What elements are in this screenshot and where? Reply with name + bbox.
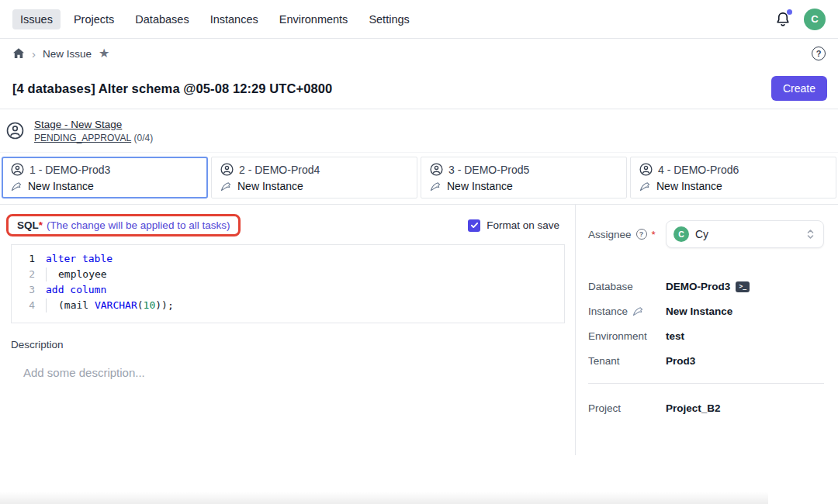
task-cards-row: 1 - DEMO-Prod3 New Instance 2 - DEMO-Pro… xyxy=(0,152,838,205)
description-label: Description xyxy=(11,339,563,350)
sql-token: VARCHAR xyxy=(95,298,137,313)
stage-section: Stage - New Stage PENDING_APPROVAL (0/4) xyxy=(0,109,838,152)
field-value: DEMO-Prod3 >_ xyxy=(666,281,750,292)
line-number: 4 xyxy=(12,298,46,313)
indent-guide xyxy=(46,268,47,281)
task-instance-name: New Instance xyxy=(28,180,94,192)
stage-texts: Stage - New Stage PENDING_APPROVAL (0/4) xyxy=(34,119,153,143)
help-icon[interactable]: ? xyxy=(636,229,647,240)
approver-icon xyxy=(6,122,24,140)
sql-console-icon[interactable]: >_ xyxy=(736,281,750,292)
sql-token: 10 xyxy=(144,298,156,313)
annotation-highlight-box: SQL* (The change will be applied to all … xyxy=(6,214,241,236)
stage-status-link[interactable]: PENDING_APPROVAL xyxy=(34,133,131,143)
nav-item-environments[interactable]: Environments xyxy=(272,9,356,29)
required-asterisk: * xyxy=(652,229,656,240)
field-value[interactable]: Project_B2 xyxy=(666,402,721,414)
format-on-save-control[interactable]: Format on save xyxy=(468,219,559,232)
mysql-engine-icon xyxy=(220,181,232,192)
mysql-engine-icon xyxy=(632,306,644,317)
task-card-4[interactable]: 4 - DEMO-Prod6 New Instance xyxy=(630,157,836,198)
nav-item-instances[interactable]: Instances xyxy=(203,9,266,29)
task-title: 4 - DEMO-Prod6 xyxy=(658,164,739,176)
sql-header-row: SQL* (The change will be applied to all … xyxy=(0,205,575,236)
notification-dot xyxy=(787,9,792,15)
assignee-select[interactable]: C Cy xyxy=(666,220,824,248)
stage-name-link[interactable]: Stage - New Stage xyxy=(34,119,153,130)
sql-token: (mail xyxy=(58,298,95,313)
field-instance: Instance New Instance xyxy=(588,306,824,317)
assignee-row: Assignee ? * C Cy xyxy=(588,220,824,248)
sql-token: ( xyxy=(137,298,144,313)
page-title: [4 databases] Alter schema @05-08 12:29 … xyxy=(12,81,332,96)
main-left-pane: SQL* (The change will be applied to all … xyxy=(0,205,576,455)
line-number: 1 xyxy=(12,251,46,267)
task-instance-name: New Instance xyxy=(656,180,722,192)
approver-icon xyxy=(430,163,443,176)
chevron-updown-icon xyxy=(805,228,816,240)
nav-item-settings[interactable]: Settings xyxy=(361,9,417,29)
approver-icon xyxy=(220,163,234,176)
create-button[interactable]: Create xyxy=(771,76,827,101)
breadcrumb-page-label: New Issue xyxy=(43,48,92,60)
user-avatar[interactable]: C xyxy=(804,9,826,30)
breadcrumb: › New Issue ★ ? xyxy=(0,39,838,68)
assignee-value: Cy xyxy=(695,228,708,240)
format-on-save-checkbox[interactable] xyxy=(468,219,480,232)
field-environment: Environment test xyxy=(588,330,824,342)
mysql-engine-icon xyxy=(430,181,442,192)
line-number: 3 xyxy=(12,282,46,298)
approver-icon xyxy=(639,163,653,176)
description-input[interactable]: Add some description... xyxy=(23,366,563,379)
stage-progress-count: (0/4) xyxy=(134,133,154,143)
line-number: 2 xyxy=(12,267,46,282)
task-card-1[interactable]: 1 - DEMO-Prod3 New Instance xyxy=(2,157,208,198)
nav-item-projects[interactable]: Projects xyxy=(66,9,122,29)
help-icon[interactable]: ? xyxy=(812,47,826,60)
editor-line: 3 add column xyxy=(12,282,564,298)
issue-sidebar: Assignee ? * C Cy Database DEMO-Prod3 >_ xyxy=(576,205,838,455)
nav-items: Issues Projects Databases Instances Envi… xyxy=(12,9,417,29)
field-value: New Instance xyxy=(666,306,732,317)
title-row: [4 databases] Alter schema @05-08 12:29 … xyxy=(0,68,838,109)
editor-line: 2 employee xyxy=(12,267,564,282)
nav-item-databases[interactable]: Databases xyxy=(127,9,196,29)
sql-editor[interactable]: 1 alter table 2 employee 3 add column 4 … xyxy=(11,244,565,323)
field-label: Environment xyxy=(588,330,666,342)
task-card-2[interactable]: 2 - DEMO-Prod4 New Instance xyxy=(211,157,417,198)
breadcrumb-separator: › xyxy=(32,47,36,60)
sidebar-divider xyxy=(588,383,824,384)
field-value: test xyxy=(666,330,684,342)
bookmark-star-icon[interactable]: ★ xyxy=(99,47,109,60)
assignee-label: Assignee ? * xyxy=(588,229,656,240)
field-label: Database xyxy=(588,281,666,292)
task-title: 1 - DEMO-Prod3 xyxy=(29,164,110,176)
approver-icon xyxy=(11,163,24,176)
sql-token: )); xyxy=(155,298,173,313)
sql-token: add column xyxy=(46,282,106,298)
notification-bell-icon[interactable] xyxy=(774,11,791,28)
top-navigation: Issues Projects Databases Instances Envi… xyxy=(0,0,838,39)
field-database: Database DEMO-Prod3 >_ xyxy=(588,281,824,292)
nav-item-issues[interactable]: Issues xyxy=(12,9,61,29)
mysql-engine-icon xyxy=(11,181,23,192)
task-title: 2 - DEMO-Prod4 xyxy=(239,164,320,176)
sql-note: (The change will be applied to all tasks… xyxy=(47,219,230,231)
field-label: Tenant xyxy=(588,355,666,367)
nav-right: C xyxy=(774,9,826,30)
assignee-avatar: C xyxy=(674,226,689,242)
field-project: Project Project_B2 xyxy=(588,402,824,414)
field-tenant: Tenant Prod3 xyxy=(588,355,824,367)
issue-page: Issues Projects Databases Instances Envi… xyxy=(0,0,838,504)
field-label: Instance xyxy=(588,306,666,317)
field-label: Project xyxy=(588,402,666,414)
task-title: 3 - DEMO-Prod5 xyxy=(448,164,529,176)
mysql-engine-icon xyxy=(639,181,651,192)
bottom-shadow xyxy=(0,492,768,504)
sql-token: alter table xyxy=(46,251,113,267)
format-on-save-label: Format on save xyxy=(487,219,559,231)
sql-label: SQL* xyxy=(17,219,43,231)
home-icon[interactable] xyxy=(12,47,25,60)
task-card-3[interactable]: 3 - DEMO-Prod5 New Instance xyxy=(421,157,627,198)
editor-line: 4 (mail VARCHAR(10)); xyxy=(12,298,564,313)
